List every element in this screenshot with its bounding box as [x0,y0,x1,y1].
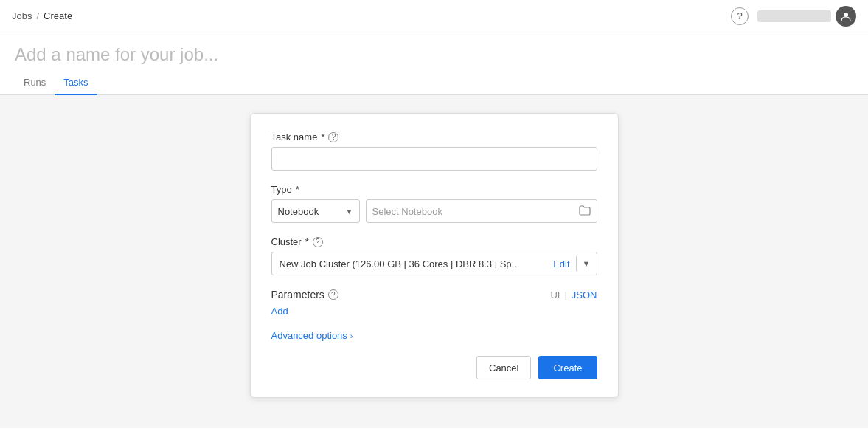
type-field: Type * Notebook ▼ Select Notebook [271,184,597,223]
type-row: Notebook ▼ Select Notebook [271,199,597,223]
chevron-right-icon: › [350,331,353,340]
task-name-field: Task name * ? [271,131,597,171]
params-separator: | [564,289,566,300]
type-dropdown[interactable]: Notebook ▼ [271,199,360,223]
breadcrumb-separator: / [36,10,39,21]
advanced-options-link[interactable]: Advanced options › [271,330,597,341]
params-toggle: UI | JSON [550,289,597,300]
notebook-select[interactable]: Select Notebook [366,199,597,223]
task-name-label-text: Task name [271,131,318,142]
cluster-label-text: Cluster [271,236,302,247]
task-name-label: Task name * ? [271,131,597,142]
notebook-placeholder-text: Select Notebook [372,206,442,217]
params-label-group: Parameters ? [271,289,338,300]
params-json-label[interactable]: JSON [572,289,597,300]
cancel-button[interactable]: Cancel [476,356,531,379]
task-card: Task name * ? Type * Notebook ▼ Select N… [250,113,619,398]
type-label-text: Type [271,184,292,195]
cluster-value: New Job Cluster (126.00 GB | 36 Cores | … [272,258,548,269]
folder-icon [579,205,591,218]
breadcrumb-jobs[interactable]: Jobs [12,10,32,21]
content-area: Task name * ? Type * Notebook ▼ Select N… [0,95,868,428]
cluster-row: New Job Cluster (126.00 GB | 36 Cores | … [271,252,597,275]
task-name-required: * [321,131,324,142]
type-required: * [296,184,299,195]
task-name-help-icon[interactable]: ? [328,132,338,142]
add-parameter-link[interactable]: Add [271,305,597,317]
chevron-down-icon: ▼ [346,207,353,216]
type-dropdown-value: Notebook [278,206,319,217]
user-area [757,6,856,27]
task-name-input[interactable] [271,147,597,171]
cluster-help-icon[interactable]: ? [313,237,323,247]
help-icon[interactable]: ? [731,7,749,25]
breadcrumb: Jobs / Create [12,10,72,21]
tab-runs[interactable]: Runs [15,71,55,95]
card-footer: Cancel Create [271,356,597,379]
create-button[interactable]: Create [538,356,597,379]
tab-tasks[interactable]: Tasks [55,71,97,95]
cluster-required: * [305,236,309,247]
advanced-options-text: Advanced options [271,330,347,341]
parameters-field: Parameters ? UI | JSON Add [271,289,597,317]
avatar[interactable] [836,6,856,27]
page-header [0,32,868,65]
cluster-edit-button[interactable]: Edit [547,258,575,269]
cluster-chevron-down-icon[interactable]: ▼ [577,259,597,268]
params-header: Parameters ? UI | JSON [271,289,597,300]
add-link-text[interactable]: Add [271,306,288,317]
topbar-right: ? [731,6,856,27]
svg-point-0 [844,13,848,17]
params-help-icon[interactable]: ? [328,289,338,300]
cluster-field: Cluster * ? New Job Cluster (126.00 GB |… [271,236,597,275]
user-name-bar [757,10,831,22]
job-name-input[interactable] [15,44,383,65]
topbar: Jobs / Create ? [0,0,868,32]
type-label: Type * [271,184,597,195]
breadcrumb-create: Create [44,10,72,21]
params-ui-label[interactable]: UI [550,289,560,300]
cluster-label: Cluster * ? [271,236,597,247]
params-label-text: Parameters [271,289,324,300]
tabs-bar: Runs Tasks [0,71,868,95]
